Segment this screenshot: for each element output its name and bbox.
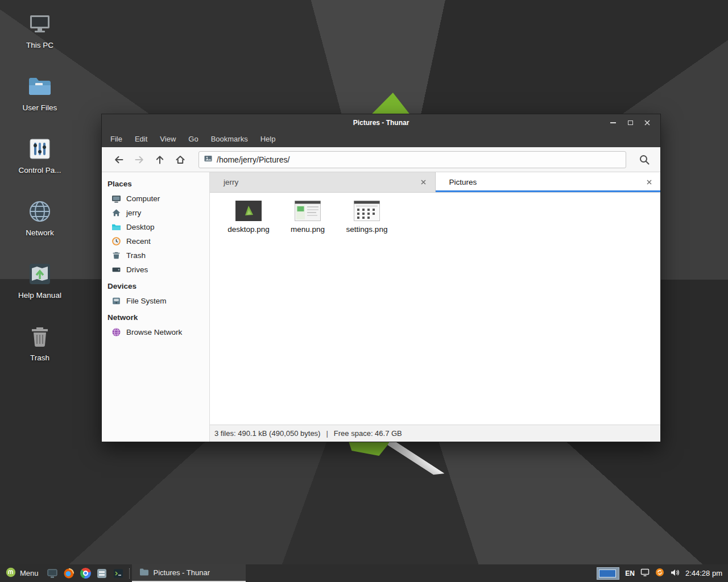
- sidebar-item-recent[interactable]: Recent: [102, 234, 209, 248]
- chrome-icon[interactable]: [77, 564, 94, 582]
- window-titlebar[interactable]: Pictures - Thunar: [102, 114, 660, 131]
- maximize-button[interactable]: [622, 116, 639, 130]
- desktop: This PC User Files Control Pa... Network…: [0, 0, 728, 582]
- sidebar-item-label: jerry: [126, 209, 141, 217]
- folder-icon: [26, 73, 53, 100]
- home-icon: [111, 208, 121, 218]
- sidebar: Places Computer jerry: [102, 172, 210, 442]
- desktop-icon-control-panel[interactable]: Control Pa...: [11, 135, 68, 198]
- terminal-icon[interactable]: [110, 564, 127, 582]
- menu-bookmarks[interactable]: Bookmarks: [205, 131, 254, 147]
- file-name: menu.png: [291, 225, 325, 234]
- file-desktop-png[interactable]: desktop.png: [221, 200, 276, 234]
- image-thumbnail: [354, 200, 380, 222]
- search-icon[interactable]: [635, 151, 653, 168]
- workspace-window-preview: [599, 569, 616, 577]
- sidebar-heading-places: Places: [102, 174, 209, 192]
- status-separator: |: [326, 429, 328, 438]
- sidebar-item-label: Computer: [126, 194, 160, 203]
- window-controls: [605, 114, 656, 131]
- file-settings-png[interactable]: settings.png: [340, 200, 394, 234]
- desktop-icon-user-files[interactable]: User Files: [11, 73, 68, 135]
- desktop-icon-trash[interactable]: Trash: [11, 323, 68, 385]
- forward-button[interactable]: [129, 151, 150, 168]
- tab-jerry[interactable]: jerry: [210, 172, 436, 192]
- back-button[interactable]: [109, 151, 129, 168]
- desktop-icon-label: Network: [26, 228, 54, 237]
- help-map-icon: [26, 260, 53, 288]
- tab-label: jerry: [224, 178, 418, 186]
- clock-icon: [111, 236, 121, 246]
- home-button[interactable]: [170, 151, 191, 168]
- sidebar-heading-devices: Devices: [102, 277, 209, 294]
- workspace-switcher[interactable]: [597, 567, 619, 580]
- network-globe-icon: [26, 198, 53, 225]
- display-tray-icon[interactable]: [640, 568, 650, 579]
- menu-file[interactable]: File: [104, 131, 129, 147]
- toolbar: [102, 147, 660, 172]
- path-bar[interactable]: [198, 151, 626, 168]
- status-free-space: Free space: 46.7 GB: [334, 429, 402, 438]
- image-folder-icon: [204, 154, 213, 165]
- update-manager-icon[interactable]: [655, 568, 664, 579]
- computer-icon: [26, 10, 53, 38]
- minimize-button[interactable]: [605, 116, 622, 130]
- sidebar-item-desktop[interactable]: Desktop: [102, 220, 209, 234]
- up-button[interactable]: [150, 151, 170, 168]
- sidebar-heading-network: Network: [102, 308, 209, 325]
- menu-help[interactable]: Help: [254, 131, 282, 147]
- sidebar-item-browse-network[interactable]: Browse Network: [102, 325, 209, 339]
- sidebar-item-label: Browse Network: [126, 328, 182, 336]
- firefox-icon[interactable]: [61, 564, 77, 582]
- tab-pictures[interactable]: Pictures: [436, 172, 661, 192]
- image-thumbnail: [295, 200, 321, 222]
- software-manager-icon[interactable]: [94, 564, 110, 582]
- tab-close-icon[interactable]: [643, 177, 655, 188]
- file-pane: jerry Pictures: [210, 172, 660, 442]
- sidebar-item-file-system[interactable]: File System: [102, 294, 209, 308]
- path-input[interactable]: [217, 155, 621, 164]
- menu-button[interactable]: Menu: [0, 564, 44, 582]
- panel-separator: [127, 564, 132, 582]
- sidebar-item-drives[interactable]: Drives: [102, 263, 209, 277]
- globe-icon: [111, 327, 121, 337]
- desktop-icon-label: Control Pa...: [18, 166, 61, 174]
- status-bar: 3 files: 490.1 kB (490,050 bytes) | Free…: [210, 425, 660, 442]
- menu-label: Menu: [20, 569, 39, 577]
- tab-close-icon[interactable]: [418, 177, 429, 188]
- trash-icon: [111, 251, 121, 260]
- menu-edit[interactable]: Edit: [129, 131, 154, 147]
- sidebar-item-label: Recent: [126, 237, 151, 246]
- mint-logo-icon: [6, 567, 16, 579]
- task-button-thunar[interactable]: Pictures - Thunar: [132, 564, 246, 582]
- tab-label: Pictures: [449, 178, 644, 186]
- sidebar-item-computer[interactable]: Computer: [102, 192, 209, 206]
- wallpaper-streak: [387, 439, 445, 480]
- sidebar-item-label: File System: [126, 297, 167, 305]
- thunar-window: Pictures - Thunar File Edit View Go Book…: [101, 114, 661, 442]
- close-button[interactable]: [639, 116, 656, 130]
- sidebar-item-home[interactable]: jerry: [102, 206, 209, 220]
- desktop-icon-label: Help Manual: [18, 291, 61, 300]
- desktop-icon-help-manual[interactable]: Help Manual: [11, 260, 68, 323]
- status-files-text: 3 files: 490.1 kB (490,050 bytes): [214, 429, 320, 438]
- clock[interactable]: 2:44:28 pm: [685, 569, 722, 577]
- desktop-icon-label: Trash: [30, 354, 49, 362]
- tab-bar: jerry Pictures: [210, 172, 660, 193]
- sidebar-item-trash[interactable]: Trash: [102, 248, 209, 263]
- window-title: Pictures - Thunar: [353, 119, 410, 127]
- file-name: desktop.png: [228, 225, 270, 234]
- file-menu-png[interactable]: menu.png: [280, 200, 335, 234]
- sidebar-item-label: Trash: [126, 251, 146, 260]
- control-panel-icon: [26, 135, 53, 163]
- desktop-icon-this-pc[interactable]: This PC: [11, 10, 68, 73]
- desktop-icon-column: This PC User Files Control Pa... Network…: [11, 10, 68, 385]
- menu-view[interactable]: View: [154, 131, 182, 147]
- desktop-icon-network[interactable]: Network: [11, 198, 68, 260]
- volume-icon[interactable]: [670, 568, 680, 579]
- file-list: desktop.png menu.png settings.png: [210, 193, 660, 425]
- menu-go[interactable]: Go: [182, 131, 204, 147]
- language-indicator[interactable]: EN: [625, 569, 635, 577]
- display-launcher-icon[interactable]: [44, 564, 61, 582]
- menubar: File Edit View Go Bookmarks Help: [102, 131, 660, 147]
